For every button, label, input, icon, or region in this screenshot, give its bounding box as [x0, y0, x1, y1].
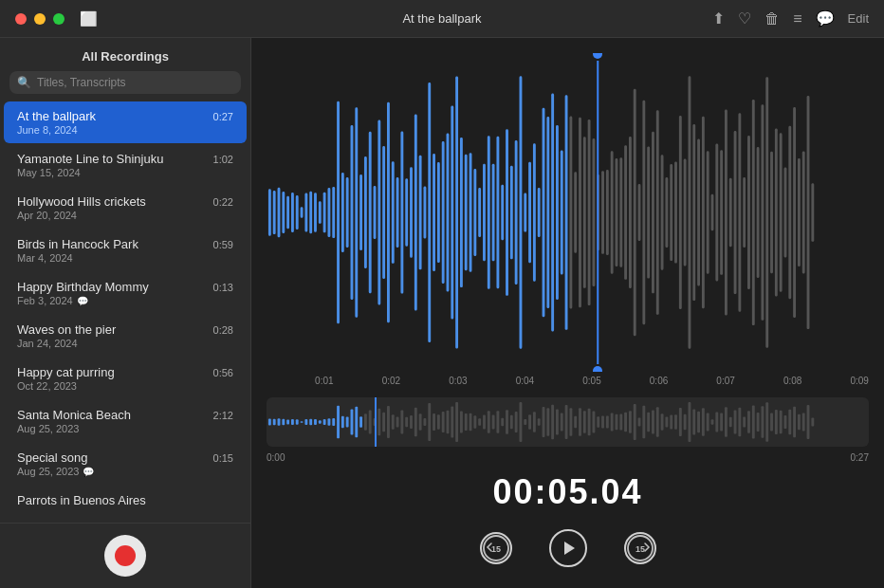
sidebar-toggle-icon[interactable]: ⬜ — [80, 10, 98, 28]
mini-time-axis: 0:00 0:27 — [267, 450, 869, 465]
recording-item-10[interactable]: Parrots in Buenos Aires — [4, 486, 247, 516]
svg-rect-238 — [807, 405, 810, 439]
svg-rect-74 — [606, 170, 609, 255]
svg-rect-47 — [483, 164, 486, 261]
skip-forward-button[interactable]: 15 — [619, 527, 661, 569]
list-icon[interactable]: ≡ — [793, 10, 801, 28]
recording-item-8[interactable]: Santa Monica Beach 2:12 Aug 25, 2023 — [4, 400, 247, 442]
recording-item-3[interactable]: Hollywood Hills crickets 0:22 Apr 20, 20… — [4, 187, 247, 229]
mini-waveform[interactable] — [267, 397, 869, 447]
favorite-icon[interactable]: ♡ — [738, 9, 751, 28]
recording-name: Parrots in Buenos Aires — [17, 493, 146, 507]
window-controls: ⬜ — [15, 10, 98, 28]
svg-rect-53 — [510, 166, 513, 260]
svg-rect-151 — [410, 415, 413, 429]
svg-rect-140 — [359, 416, 362, 428]
svg-rect-187 — [574, 416, 577, 429]
svg-rect-138 — [351, 410, 354, 435]
svg-rect-9 — [309, 192, 312, 233]
svg-rect-218 — [715, 412, 718, 432]
svg-rect-209 — [674, 414, 677, 430]
svg-rect-144 — [378, 409, 380, 435]
svg-rect-4 — [286, 196, 289, 230]
svg-rect-75 — [611, 151, 614, 273]
svg-rect-114 — [788, 126, 791, 300]
recording-item-9[interactable]: Special song 0:15 Aug 25, 2023 💬 — [4, 443, 247, 485]
svg-rect-175 — [520, 402, 523, 442]
recording-item-7[interactable]: Happy cat purring 0:56 Oct 22, 2023 — [4, 358, 247, 399]
svg-rect-69 — [583, 137, 586, 288]
svg-rect-115 — [793, 107, 796, 318]
skip-back-button[interactable]: 15 — [475, 527, 517, 569]
svg-rect-189 — [583, 411, 586, 432]
play-pause-button[interactable] — [547, 527, 589, 569]
svg-rect-22 — [369, 132, 372, 294]
edit-button[interactable]: Edit — [848, 11, 869, 26]
svg-rect-224 — [743, 417, 746, 428]
svg-rect-38 — [442, 141, 445, 284]
svg-rect-40 — [451, 106, 453, 320]
share-icon[interactable]: ⬆ — [712, 9, 725, 28]
svg-rect-17 — [346, 177, 349, 248]
search-icon: 🔍 — [17, 76, 31, 89]
recording-item-4[interactable]: Birds in Hancock Park 0:59 Mar 4, 2024 — [4, 230, 247, 271]
svg-rect-161 — [455, 402, 458, 442]
svg-rect-202 — [642, 406, 645, 439]
svg-rect-65 — [565, 95, 568, 330]
svg-rect-236 — [798, 414, 801, 431]
svg-rect-66 — [569, 117, 572, 309]
svg-rect-45 — [473, 169, 476, 256]
svg-rect-57 — [528, 162, 531, 263]
svg-rect-42 — [460, 138, 463, 287]
svg-rect-107 — [757, 147, 760, 278]
record-dot — [115, 545, 136, 566]
svg-rect-50 — [496, 137, 499, 288]
svg-rect-168 — [488, 411, 490, 433]
search-input[interactable] — [37, 76, 233, 89]
recording-item-2[interactable]: Yamanote Line to Shinjuku 1:02 May 15, 2… — [4, 144, 247, 186]
sidebar-header: All Recordings — [0, 38, 250, 71]
recording-name: Birds in Hancock Park — [17, 237, 138, 251]
recording-duration: 0:27 — [213, 111, 233, 122]
svg-rect-212 — [689, 402, 691, 442]
minimize-button[interactable] — [34, 13, 46, 25]
svg-rect-31 — [410, 167, 413, 257]
svg-rect-139 — [355, 407, 358, 437]
svg-rect-231 — [775, 410, 778, 434]
svg-rect-116 — [798, 158, 801, 266]
svg-rect-19 — [355, 107, 358, 317]
record-button[interactable] — [104, 535, 146, 577]
chat-icon[interactable]: 💬 — [816, 9, 835, 28]
svg-rect-108 — [761, 104, 764, 321]
svg-rect-91 — [684, 159, 687, 266]
time-marker: 0:09 — [850, 376, 868, 386]
svg-rect-59 — [538, 188, 541, 237]
svg-rect-64 — [561, 151, 563, 275]
recording-item-1[interactable]: At the ballpark 0:27 June 8, 2024 — [4, 101, 247, 143]
svg-rect-96 — [707, 151, 709, 273]
svg-rect-230 — [770, 413, 773, 432]
recording-name: Happy Birthday Mommy — [17, 280, 149, 294]
svg-rect-109 — [765, 77, 768, 347]
recording-name: At the ballpark — [17, 109, 96, 123]
svg-rect-225 — [747, 411, 750, 433]
maximize-button[interactable] — [53, 13, 64, 25]
svg-rect-112 — [780, 133, 783, 291]
svg-rect-182 — [551, 405, 554, 440]
svg-rect-39 — [447, 134, 450, 292]
svg-rect-1 — [273, 191, 276, 234]
recording-item-6[interactable]: Waves on the pier 0:28 Jan 24, 2024 — [4, 315, 247, 357]
recording-item-5[interactable]: Happy Birthday Mommy 0:13 Feb 3, 2024 💬 — [4, 272, 247, 314]
svg-rect-198 — [624, 413, 627, 432]
main-waveform[interactable] — [267, 53, 869, 372]
delete-icon[interactable]: 🗑 — [764, 10, 780, 28]
svg-rect-32 — [414, 114, 417, 310]
svg-rect-55 — [520, 76, 523, 348]
svg-rect-67 — [574, 172, 577, 253]
search-bar[interactable]: 🔍 — [9, 71, 241, 94]
svg-rect-2 — [278, 188, 281, 238]
svg-rect-180 — [543, 407, 545, 437]
play-icon — [549, 529, 587, 567]
close-button[interactable] — [15, 13, 27, 25]
svg-rect-128 — [304, 419, 307, 425]
